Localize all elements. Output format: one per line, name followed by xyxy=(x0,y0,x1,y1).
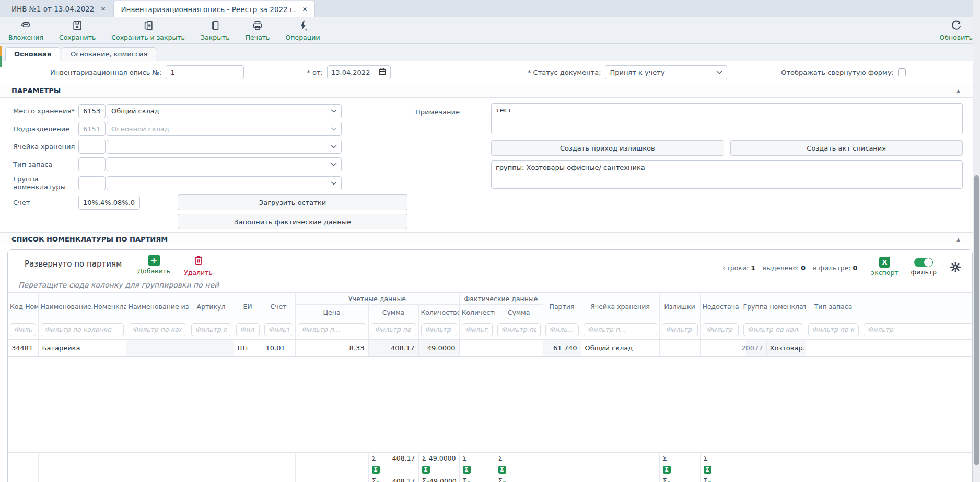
filter-input-sum[interactable] xyxy=(371,323,416,336)
col-header-cell[interactable]: Ячейка хранения xyxy=(581,293,659,320)
cell-fact-sum[interactable] xyxy=(495,340,543,357)
storage-cell-select[interactable] xyxy=(107,140,342,154)
col-header-article[interactable]: Артикул xyxy=(189,293,234,320)
cell-price[interactable]: 8.33 xyxy=(295,340,368,357)
gear-icon[interactable] xyxy=(949,261,962,275)
operations-button[interactable]: Операции xyxy=(285,20,320,41)
col-header-fact-qty[interactable]: Количество xyxy=(459,305,495,320)
scrollbar-thumb[interactable] xyxy=(974,175,979,465)
cell-doc-name[interactable] xyxy=(126,340,189,357)
nomenclature-group-code-input[interactable] xyxy=(78,176,106,190)
print-button[interactable]: Печать xyxy=(246,20,270,41)
group-by-hint[interactable]: Перетащите сюда колонку для группировки … xyxy=(18,281,972,289)
col-header-surplus[interactable]: Излишки xyxy=(659,293,700,320)
cell-fact-qty[interactable] xyxy=(459,340,495,357)
cell-name[interactable]: Батарейка xyxy=(38,340,126,357)
date-input[interactable]: 13.04.2022 xyxy=(327,65,391,79)
filter-input-doc-name[interactable] xyxy=(129,323,186,336)
create-writeoff-button[interactable]: Создать акт списания xyxy=(730,140,963,156)
cell-storage-cell[interactable]: Общий склад xyxy=(581,340,659,357)
col-header-batch[interactable]: Партия xyxy=(543,293,581,320)
sum-button[interactable]: Σ xyxy=(663,466,671,474)
col-header-fact-sum[interactable]: Сумма xyxy=(495,305,543,320)
cell-batch[interactable]: 61 740 xyxy=(543,340,581,357)
account-input[interactable] xyxy=(78,196,140,210)
filter-input-group[interactable] xyxy=(743,323,803,336)
cell-article[interactable] xyxy=(189,340,234,357)
nomenclature-group-select[interactable] xyxy=(107,176,342,190)
filter-toggle[interactable]: фильтр xyxy=(911,258,937,276)
cell-surplus[interactable] xyxy=(659,340,700,357)
attachments-button[interactable]: Вложения xyxy=(8,20,43,41)
close-icon[interactable]: ✕ xyxy=(302,6,307,13)
sum-button[interactable]: Σ xyxy=(704,466,711,474)
save-button[interactable]: Сохранить xyxy=(59,20,96,41)
storage-code-input[interactable] xyxy=(78,104,106,118)
close-button[interactable]: Закрыть xyxy=(201,20,230,41)
save-and-close-button[interactable]: Сохранить и закрыть xyxy=(111,20,185,41)
col-header-stock-type[interactable]: Тип запаса xyxy=(806,293,861,320)
cell-shortage[interactable] xyxy=(700,340,741,357)
filter-input-unit[interactable] xyxy=(236,323,260,336)
col-header-sum[interactable]: Сумма xyxy=(368,305,418,320)
export-excel-button[interactable]: X экспорт xyxy=(871,257,898,277)
filter-input-stock-type[interactable] xyxy=(808,323,859,336)
groups-textarea[interactable]: группы: Хозтовары офисные/ сантехника xyxy=(491,160,963,189)
delete-row-button[interactable]: Удалить xyxy=(184,255,213,277)
filter-input-fact-qty[interactable] xyxy=(462,323,493,336)
load-balances-button[interactable]: Загрузить остатки xyxy=(178,194,407,210)
collapse-icon[interactable]: ▲ xyxy=(956,88,960,94)
cell-qty[interactable]: 49.0000 xyxy=(418,340,459,357)
sum-button[interactable]: Σ xyxy=(372,466,380,474)
col-header-doc-name[interactable]: Наименование из документа поставщика xyxy=(126,293,189,320)
col-header-extra[interactable] xyxy=(861,293,972,320)
filter-input-surplus[interactable] xyxy=(662,323,698,336)
col-header-code[interactable]: Код Ном-ры xyxy=(8,293,38,320)
filter-input-article[interactable] xyxy=(191,323,231,336)
calendar-icon[interactable] xyxy=(378,67,387,77)
cell-account[interactable]: 10.01 xyxy=(262,340,295,357)
window-tab-inv[interactable]: ИНВ №1 от 13.04.2022 ✕ xyxy=(4,1,113,17)
filter-input-batch[interactable] xyxy=(545,323,579,336)
fill-actual-button[interactable]: Заполнить фактические данные xyxy=(178,214,407,229)
cell-group[interactable]: 20077 Хозтовар... xyxy=(741,340,806,357)
inventory-number-input[interactable] xyxy=(166,65,244,79)
col-header-qty[interactable]: Количество xyxy=(418,305,459,320)
col-header-shortage[interactable]: Недостача xyxy=(700,293,741,320)
filter-input-code[interactable] xyxy=(10,323,36,336)
table-row[interactable]: 34481 Батарейка Шт 10.01 8.33 408.17 49.… xyxy=(8,340,972,357)
cell-sum[interactable]: 408.17 xyxy=(368,340,418,357)
vertical-scrollbar[interactable] xyxy=(973,0,980,482)
window-tab-registry[interactable]: Инвентаризационная опись - Реестр за 202… xyxy=(113,1,316,17)
filter-input-cell[interactable] xyxy=(584,323,657,336)
create-surplus-button[interactable]: Создать приход излишков xyxy=(491,140,724,156)
filter-input-account[interactable] xyxy=(264,323,293,336)
cell-code[interactable]: 34481 xyxy=(8,340,38,357)
filter-input-price[interactable] xyxy=(298,323,366,336)
sum-button[interactable]: Σ xyxy=(463,466,471,474)
col-header-account[interactable]: Счет xyxy=(262,293,295,320)
add-row-button[interactable]: + Добавить xyxy=(137,255,170,275)
filter-input-qty[interactable] xyxy=(421,323,457,336)
tab-main[interactable]: Основная xyxy=(5,47,60,61)
collapse-icon[interactable]: ▲ xyxy=(956,237,960,242)
stock-type-code-input[interactable] xyxy=(78,157,106,171)
tab-basis-commission[interactable]: Основание, комиссия xyxy=(62,47,156,61)
col-header-price[interactable]: Цена xyxy=(295,305,368,320)
storage-cell-code-input[interactable] xyxy=(78,140,106,154)
collapsed-form-checkbox[interactable] xyxy=(898,68,906,76)
stock-type-select[interactable] xyxy=(107,157,342,171)
storage-select[interactable]: Общий склад xyxy=(107,104,342,118)
close-icon[interactable]: ✕ xyxy=(100,5,106,13)
toggle-on-icon[interactable] xyxy=(914,258,933,267)
col-header-unit[interactable]: ЕИ xyxy=(234,293,262,320)
status-select[interactable]: Принят к учету xyxy=(605,65,727,79)
sum-button[interactable]: Σ xyxy=(422,466,430,474)
col-header-name[interactable]: Наименование Номенклатуры xyxy=(38,293,126,320)
filter-input-extra[interactable] xyxy=(864,323,972,336)
filter-input-name[interactable] xyxy=(41,323,124,336)
filter-input-fact-sum[interactable] xyxy=(497,323,541,336)
note-textarea[interactable]: тест xyxy=(491,103,963,134)
col-header-group[interactable]: Группа номенклатуры xyxy=(741,293,806,320)
filter-input-shortage[interactable] xyxy=(703,323,739,336)
